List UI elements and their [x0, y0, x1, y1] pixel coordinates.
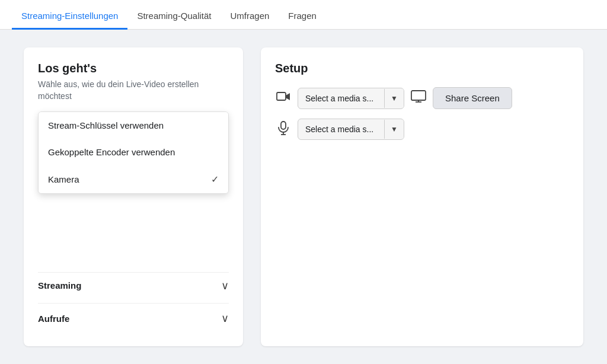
dropdown-item-encoder[interactable]: Gekoppelte Encoder verwenden	[39, 139, 228, 165]
streaming-chevron-icon: ∨	[221, 279, 229, 292]
sections-area: Streaming ∨ Aufrufe ∨	[38, 272, 229, 333]
share-screen-button[interactable]: Share Screen	[433, 87, 512, 109]
tab-fragen[interactable]: Fragen	[279, 4, 326, 30]
video-media-select[interactable]: Select a media s... ▼	[298, 88, 404, 109]
aufrufe-section-row[interactable]: Aufrufe ∨	[38, 303, 229, 333]
dropdown-item-label: Kamera	[48, 174, 79, 184]
left-card-subtitle: Wähle aus, wie du dein Live-Video erstel…	[38, 79, 229, 102]
dropdown-item-stream-schluessel[interactable]: Stream-Schlüssel verwenden	[39, 112, 228, 139]
dropdown-item-label: Gekoppelte Encoder verwenden	[48, 147, 175, 157]
video-select-arrow-icon[interactable]: ▼	[384, 89, 404, 108]
svg-rect-0	[277, 92, 286, 100]
tab-streaming-einstellungen[interactable]: Streaming-Einstellungen	[12, 4, 127, 30]
right-card: Setup Select a media s... ▼ Share	[261, 47, 583, 346]
left-card: Los geht's Wähle aus, wie du dein Live-V…	[24, 47, 243, 346]
audio-select-text: Select a media s...	[298, 119, 384, 139]
tab-umfragen[interactable]: Umfragen	[221, 4, 279, 30]
svg-marker-1	[286, 93, 290, 100]
left-card-title: Los geht's	[38, 62, 229, 75]
audio-select-arrow-icon[interactable]: ▼	[384, 120, 404, 139]
dropdown-item-kamera[interactable]: Kamera ✓	[39, 165, 228, 193]
audio-setup-row: Select a media s... ▼	[275, 119, 569, 140]
video-setup-row: Select a media s... ▼ Share Screen	[275, 87, 569, 109]
tab-streaming-qualitaet[interactable]: Streaming-Qualität	[127, 4, 221, 30]
audio-media-select[interactable]: Select a media s... ▼	[298, 119, 404, 140]
main-content: Los geht's Wähle aus, wie du dein Live-V…	[0, 30, 607, 364]
aufrufe-label: Aufrufe	[38, 314, 69, 324]
svg-rect-5	[281, 122, 286, 129]
video-select-text: Select a media s...	[298, 88, 384, 108]
check-icon: ✓	[211, 174, 219, 185]
dropdown-menu: Stream-Schlüssel verwenden Gekoppelte En…	[38, 111, 229, 194]
top-navigation: Streaming-Einstellungen Streaming-Qualit…	[0, 0, 607, 30]
streaming-section-row[interactable]: Streaming ∨	[38, 272, 229, 298]
setup-title: Setup	[275, 62, 569, 75]
camera-icon	[275, 91, 292, 106]
dropdown-item-label: Stream-Schlüssel verwenden	[48, 120, 164, 130]
streaming-label: Streaming	[38, 280, 81, 290]
microphone-icon	[275, 121, 292, 138]
monitor-icon	[410, 90, 427, 107]
aufrufe-chevron-icon: ∨	[221, 312, 229, 325]
svg-rect-2	[411, 91, 426, 100]
